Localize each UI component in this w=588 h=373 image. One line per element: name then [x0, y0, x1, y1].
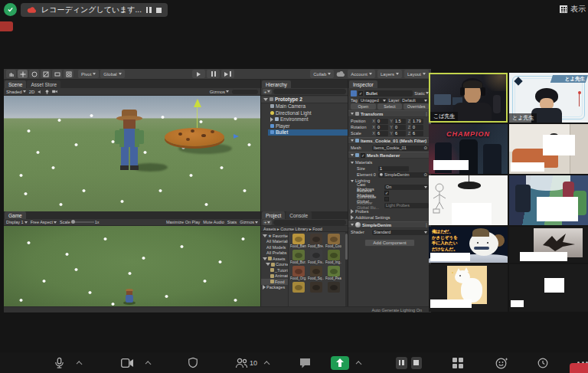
receive-shadows-checkbox[interactable]: ✓ [384, 191, 389, 195]
game-gizmos-dropdown[interactable]: Gizmos [240, 220, 258, 224]
assets-node[interactable]: Assets [261, 256, 288, 262]
end-meeting-button[interactable] [570, 363, 588, 373]
participant-tile-10[interactable] [509, 264, 588, 312]
renderer-enabled-checkbox[interactable]: ✓ [361, 153, 365, 158]
scene-lighting-icon[interactable] [45, 90, 49, 94]
asset-item[interactable]: Food_Ing... [325, 250, 341, 264]
packages-node[interactable]: Packages [261, 285, 288, 291]
hierarchy-item-player[interactable]: Player [268, 123, 348, 129]
participants-options-caret[interactable] [264, 361, 270, 367]
asset-item[interactable]: Food_Bre... [308, 234, 324, 248]
hierarchy-item-environment[interactable]: Environment [268, 116, 348, 123]
rotation-z-field[interactable]: 0 [411, 125, 423, 130]
transform-component-header[interactable]: Transform ⋮ [348, 110, 431, 117]
participant-tile-4[interactable] [509, 124, 588, 174]
scene-search-input[interactable] [232, 90, 258, 94]
tab-console[interactable]: Console [286, 211, 312, 219]
mute-audio-toggle[interactable]: Mute Audio [203, 220, 224, 224]
hierarchy-search-input[interactable] [273, 89, 346, 94]
scene-camera-icon[interactable] [52, 90, 57, 93]
favorites-node[interactable]: ★Favorites [261, 233, 288, 239]
play-button[interactable] [192, 70, 205, 78]
tab-scene[interactable]: Scene [5, 80, 26, 88]
cookie-object[interactable] [165, 128, 224, 146]
asset-item[interactable]: Food_Sq... [308, 266, 324, 280]
participant-tile-9[interactable] [429, 264, 508, 312]
video-button[interactable] [121, 358, 134, 368]
participant-tile-3[interactable]: CHAMPION [429, 124, 508, 174]
rect-tool-icon[interactable] [52, 70, 62, 78]
additional-settings-foldout[interactable]: Additional Settings [355, 215, 390, 220]
rotate-tool-icon[interactable] [29, 70, 39, 78]
mute-button[interactable] [54, 357, 65, 369]
participant-tile-koba[interactable]: こば先生 [429, 73, 508, 123]
materials-label[interactable]: Materials [355, 160, 372, 165]
apps-button[interactable] [452, 358, 463, 368]
project-search-input[interactable] [273, 220, 346, 225]
material-component-header[interactable]: SimpleDenim ⋮ [348, 221, 431, 228]
video-options-caret[interactable] [145, 361, 152, 367]
project-create-button[interactable]: + [263, 220, 272, 225]
position-z-field[interactable]: 1.79 [411, 119, 423, 124]
animations-folder[interactable]: Animations [261, 273, 288, 280]
reactions-button[interactable] [495, 357, 508, 369]
hand-tool-icon[interactable] [6, 70, 16, 78]
materials-size-field[interactable]: 1 [378, 166, 409, 172]
step-button[interactable] [221, 70, 234, 78]
scale-z-field[interactable]: 6 [411, 131, 423, 136]
stop-recording-button[interactable] [156, 8, 162, 13]
cloud-icon[interactable] [336, 70, 345, 78]
favorites-all-prefabs[interactable]: All Prefabs [261, 250, 288, 257]
prefab-select-button[interactable]: Select [377, 103, 403, 110]
aspect-dropdown[interactable]: Free Aspect [31, 220, 57, 224]
hierarchy-item-scene[interactable]: Prototype 2 [261, 97, 348, 103]
scene-audio-icon[interactable] [38, 90, 42, 94]
asset-item[interactable]: Food_Ban... [290, 234, 306, 248]
participant-tile-toyo[interactable]: とよ先生 とよ先生 [509, 73, 588, 123]
tab-project[interactable]: Project [262, 211, 285, 219]
asset-item[interactable]: Food_Coo... [325, 234, 341, 248]
asset-item[interactable] [308, 282, 324, 293]
scale-y-field[interactable]: 6 [394, 131, 406, 136]
pivot-toggle-button[interactable]: Pivot [78, 70, 99, 78]
object-picker-icon[interactable]: ⊙ [423, 172, 427, 177]
shader-dropdown[interactable]: Standard [372, 230, 429, 235]
scale-x-field[interactable]: 6 [376, 131, 388, 136]
prefab-open-button[interactable]: Open [351, 103, 376, 110]
player-character[interactable] [109, 110, 149, 175]
mesh-filter-component-header[interactable]: Items_Cookie_01 (Mesh Filter) [348, 137, 431, 144]
red-indicator-tab[interactable] [0, 21, 13, 31]
participant-tile-8[interactable] [509, 227, 588, 263]
tab-game[interactable]: Game [5, 211, 26, 219]
layer-dropdown[interactable]: Default [400, 98, 429, 103]
object-name-field[interactable]: Bullet [364, 90, 413, 97]
participants-button[interactable]: 10 [235, 358, 257, 368]
favorites-all-models[interactable]: All Models [261, 244, 288, 250]
game-viewport[interactable] [4, 226, 260, 306]
prefab-overrides-button[interactable]: Overrides [403, 103, 429, 110]
asset-item[interactable] [325, 282, 341, 293]
chat-button[interactable] [299, 358, 311, 368]
asset-grid-scrollbar[interactable] [345, 232, 348, 306]
mute-options-caret[interactable] [77, 361, 83, 367]
hierarchy-item-bullet[interactable]: Bullet [268, 129, 348, 136]
share-screen-button[interactable] [331, 356, 348, 370]
stats-toggle[interactable]: Stats [227, 220, 237, 224]
move-tool-icon[interactable] [18, 70, 28, 78]
maximize-on-play-toggle[interactable]: Maximize On Play [166, 220, 200, 224]
course-library-node[interactable]: Course Libr... [261, 262, 288, 268]
view-button[interactable]: 表示 [560, 4, 586, 15]
pause-recording-toolbar-button[interactable] [396, 357, 407, 369]
asset-item[interactable]: Food_Org... [290, 266, 306, 280]
cast-shadows-dropdown[interactable]: On [384, 185, 429, 190]
rotation-x-field[interactable]: 0 [376, 125, 388, 130]
tab-asset-store[interactable]: Asset Store [27, 80, 60, 88]
scene-viewport[interactable] [4, 96, 260, 211]
probes-foldout[interactable]: Probes [355, 209, 368, 214]
2d-toggle[interactable]: 2D [29, 90, 35, 94]
display-dropdown[interactable]: Display 1 [6, 220, 28, 224]
favorites-all-materials[interactable]: All Materials [261, 239, 288, 245]
scale-slider[interactable]: Scale1x [60, 220, 100, 224]
hierarchy-item-main-camera[interactable]: Main Camera [268, 103, 348, 110]
add-component-button[interactable]: Add Component [364, 239, 415, 247]
